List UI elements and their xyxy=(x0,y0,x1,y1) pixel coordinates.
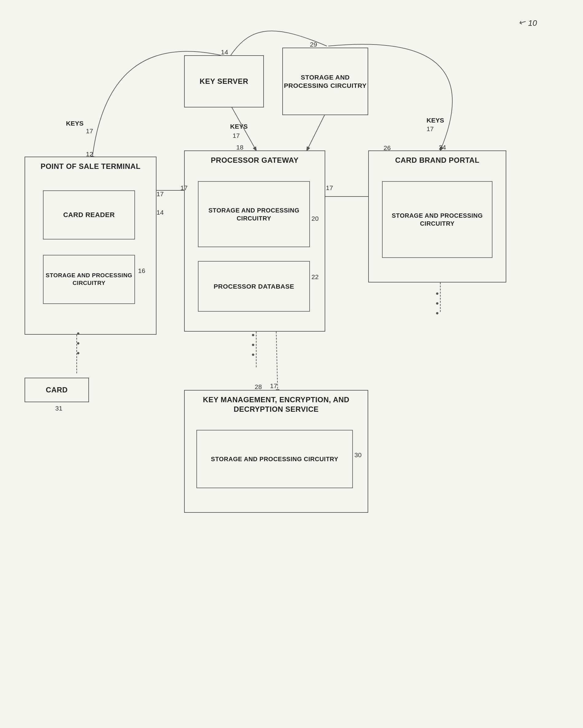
top-storage-box: STORAGE AND PROCESSING CIRCUITRY xyxy=(282,48,368,115)
ref-31: 31 xyxy=(55,405,62,412)
diagram-container: 10 ↙ KEY SERVER 14 STORAGE AND PROCESSIN… xyxy=(0,0,583,728)
pos-storage-box: STORAGE AND PROCESSING CIRCUITRY xyxy=(43,255,135,304)
keys-label-center: KEYS xyxy=(230,123,248,130)
figure-number: 10 xyxy=(528,19,537,28)
ref-12: 12 xyxy=(86,151,93,158)
keys-label-right: KEYS xyxy=(426,117,444,124)
ref-22: 22 xyxy=(311,273,318,281)
proc-database-box: PROCESSOR DATABASE xyxy=(198,261,310,312)
ref-17-left: 17 xyxy=(86,127,93,135)
ref-17-pg-right: 17 xyxy=(326,184,333,191)
ref-20: 20 xyxy=(311,215,318,222)
key-server-box: KEY SERVER xyxy=(184,55,264,107)
ref-17-pg-left: 17 xyxy=(181,184,188,191)
card-reader-box: CARD READER xyxy=(43,190,135,239)
ref-16: 16 xyxy=(138,267,145,275)
ref-17-center-top: 17 xyxy=(232,132,240,139)
ref-28: 28 xyxy=(255,383,262,391)
proc-storage-box: STORAGE AND PROCESSING CIRCUITRY xyxy=(198,181,310,247)
km-storage-box: STORAGE AND PROCESSING CIRCUITRY xyxy=(196,430,353,488)
ref-14-pos: 14 xyxy=(157,209,164,216)
ref-24: 24 xyxy=(439,144,446,151)
proc-dots: ••• xyxy=(252,330,255,360)
cbp-dots: ••• xyxy=(436,289,439,318)
keys-label-left: KEYS xyxy=(66,120,83,127)
svg-line-1 xyxy=(307,110,327,151)
ref-17-km: 17 xyxy=(270,382,277,390)
pos-dots: ••• xyxy=(77,329,80,358)
ref-30: 30 xyxy=(354,451,361,459)
ref-17-pos: 17 xyxy=(157,190,164,198)
ref-29: 29 xyxy=(310,41,317,48)
card-box: CARD xyxy=(25,378,89,402)
ref-18: 18 xyxy=(236,144,243,151)
pos-terminal-box: POINT OF SALE TERMINAL xyxy=(25,157,157,335)
cbp-storage-box: STORAGE AND PROCESSING CIRCUITRY xyxy=(382,181,493,258)
ref-17-right: 17 xyxy=(426,125,434,133)
ref-26: 26 xyxy=(384,144,391,152)
figure-arrow: ↙ xyxy=(517,16,528,28)
ref-14-keyserver: 14 xyxy=(221,49,228,56)
